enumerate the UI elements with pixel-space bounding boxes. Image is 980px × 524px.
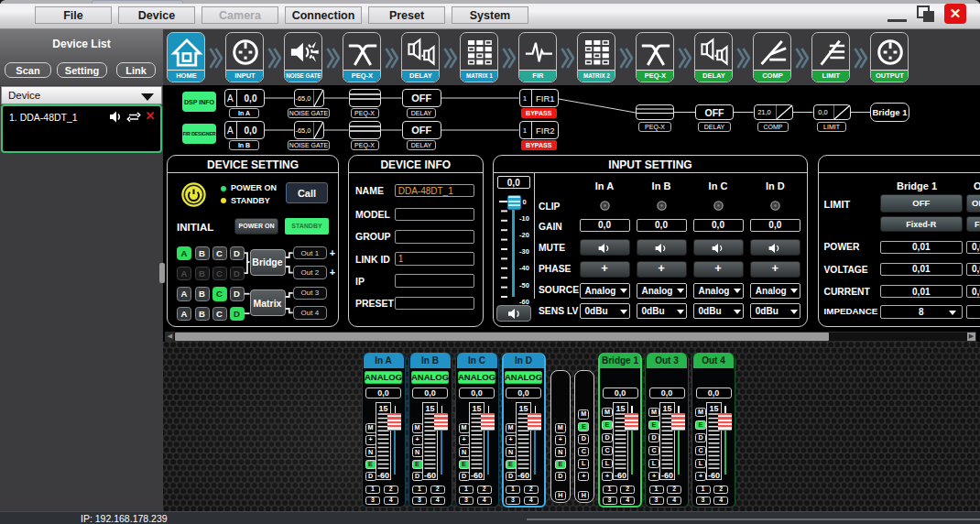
svg-text:-60: -60	[517, 470, 529, 479]
svg-text:15: 15	[425, 403, 434, 412]
svg-text:-60: -60	[707, 470, 719, 479]
svg-text:15: 15	[662, 403, 671, 412]
svg-text:15: 15	[472, 403, 481, 412]
svg-text:-60: -60	[471, 470, 483, 479]
svg-text:-60: -60	[660, 470, 672, 479]
svg-text:15: 15	[378, 403, 387, 412]
svg-text:15: 15	[615, 403, 625, 412]
svg-text:15: 15	[709, 403, 718, 412]
svg-text:-60: -60	[614, 470, 626, 479]
svg-text:-60: -60	[424, 470, 436, 479]
svg-text:15: 15	[518, 403, 528, 412]
svg-text:-60: -60	[377, 470, 389, 479]
